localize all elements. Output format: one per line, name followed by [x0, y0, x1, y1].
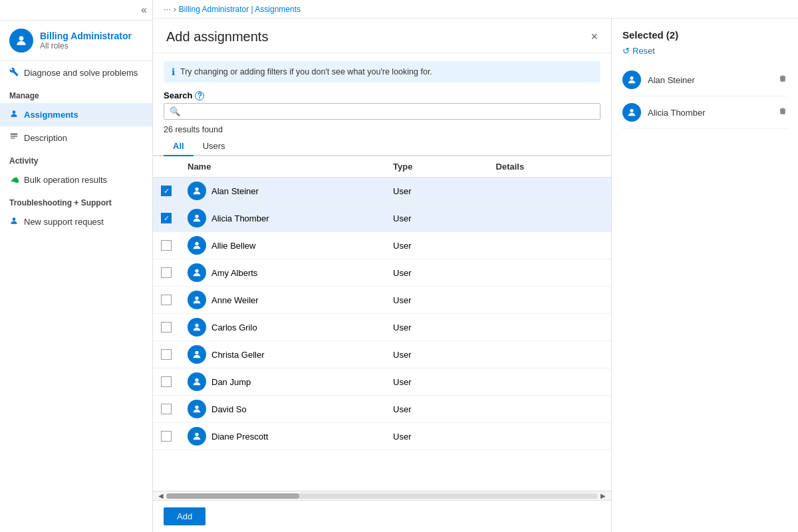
scroll-track[interactable] — [166, 493, 598, 499]
selected-avatar — [622, 103, 641, 122]
collapse-button[interactable]: « — [141, 4, 147, 16]
svg-point-9 — [195, 269, 198, 273]
checkbox-unchecked[interactable] — [161, 267, 172, 278]
row-checkbox-cell: ✓ — [153, 178, 180, 205]
row-name-cell: Amy Alberts — [180, 259, 385, 287]
table-row[interactable]: Dan Jump User — [153, 368, 611, 396]
delete-selected-button[interactable] — [778, 106, 787, 118]
tab-all[interactable]: All — [164, 137, 194, 156]
selected-title: Selected (2) — [622, 29, 678, 41]
table-container[interactable]: Name Type Details ✓ Alan Steiner User✓ A… — [153, 156, 611, 491]
support-label: New support request — [24, 217, 104, 227]
reset-icon: ↺ — [622, 46, 630, 56]
assignments-table: Name Type Details ✓ Alan Steiner User✓ A… — [153, 156, 611, 450]
checkbox-checked[interactable]: ✓ — [161, 186, 172, 196]
row-details-cell — [488, 314, 611, 341]
search-section: Search ? 🔍 — [153, 85, 611, 122]
sidebar-item-diagnose[interactable]: Diagnose and solve problems — [0, 61, 152, 84]
checkbox-unchecked[interactable] — [161, 376, 172, 387]
row-type-cell: User — [385, 341, 488, 368]
sidebar-header: Billing Administrator All roles — [0, 21, 152, 61]
activity-section-label: Activity — [0, 150, 152, 168]
table-row[interactable]: Amy Alberts User — [153, 259, 611, 287]
sidebar-item-support[interactable]: New support request — [0, 210, 152, 233]
svg-point-8 — [195, 242, 198, 245]
selected-item-name: Alan Steiner — [648, 75, 771, 85]
checkbox-unchecked[interactable] — [161, 404, 172, 414]
row-details-cell — [488, 259, 611, 287]
table-row[interactable]: ✓ Alan Steiner User — [153, 178, 611, 205]
checkbox-unchecked[interactable] — [161, 240, 172, 251]
breadcrumb-link[interactable]: Billing Administrator | Assignments — [179, 5, 301, 14]
tab-users[interactable]: Users — [194, 137, 235, 156]
breadcrumb-dots: ··· — [164, 4, 171, 14]
row-checkbox-cell — [153, 368, 180, 396]
svg-rect-3 — [11, 136, 18, 136]
checkbox-unchecked[interactable] — [161, 349, 172, 360]
svg-point-10 — [195, 297, 198, 300]
scroll-right-arrow[interactable]: ▶ — [598, 492, 608, 499]
row-type-cell: User — [385, 287, 488, 314]
table-row[interactable]: Christa Geller User — [153, 341, 611, 368]
table-row[interactable]: Anne Weiler User — [153, 287, 611, 314]
sidebar-subtitle: All roles — [40, 41, 132, 51]
support-section-label: Troubleshooting + Support — [0, 192, 152, 210]
sidebar-item-assignments[interactable]: Assignments — [0, 103, 152, 126]
row-name-cell: Diane Prescott — [180, 423, 385, 450]
bulk-icon — [9, 174, 19, 186]
row-type-cell: User — [385, 178, 488, 205]
row-checkbox-cell — [153, 259, 180, 287]
assignments-icon — [9, 109, 19, 120]
user-name: David So — [211, 404, 247, 414]
dialog-footer: Add — [153, 500, 611, 532]
selected-header: Selected (2) — [622, 29, 787, 41]
checkbox-checked[interactable]: ✓ — [161, 213, 172, 223]
search-input[interactable] — [184, 106, 595, 116]
scroll-thumb[interactable] — [166, 493, 299, 499]
description-icon — [9, 132, 19, 144]
user-avatar — [188, 182, 206, 200]
diagnose-label: Diagnose and solve problems — [24, 68, 138, 78]
manage-section-label: Manage — [0, 84, 152, 103]
table-row[interactable]: David So User — [153, 396, 611, 423]
user-name: Alan Steiner — [211, 186, 259, 196]
support-icon — [9, 216, 19, 227]
svg-rect-2 — [11, 134, 18, 135]
reset-button[interactable]: ↺ Reset — [622, 46, 787, 56]
user-avatar — [188, 318, 206, 336]
user-name: Carlos Grilo — [211, 323, 257, 332]
svg-point-11 — [195, 324, 198, 327]
row-type-cell: User — [385, 368, 488, 396]
table-row[interactable]: Diane Prescott User — [153, 423, 611, 450]
sidebar-item-description[interactable]: Description — [0, 126, 152, 150]
selected-item: Alan Steiner — [622, 64, 787, 96]
add-button[interactable]: Add — [164, 507, 205, 525]
row-details-cell — [488, 396, 611, 423]
search-box[interactable]: 🔍 — [164, 103, 600, 120]
selected-item-name: Alicia Thomber — [648, 108, 771, 118]
info-banner: ℹ Try changing or adding filters if you … — [164, 61, 600, 82]
checkbox-unchecked[interactable] — [161, 322, 172, 332]
scroll-left-arrow[interactable]: ◀ — [156, 492, 166, 499]
svg-point-14 — [195, 406, 198, 409]
checkbox-unchecked[interactable] — [161, 431, 172, 442]
delete-selected-button[interactable] — [778, 74, 787, 86]
search-label: Search ? — [164, 90, 600, 100]
svg-point-12 — [195, 351, 198, 354]
row-details-cell — [488, 368, 611, 396]
checkbox-unchecked[interactable] — [161, 295, 172, 305]
reset-label: Reset — [632, 46, 655, 56]
table-row[interactable]: Allie Bellew User — [153, 232, 611, 259]
dialog-title: Add assignments — [166, 29, 268, 45]
search-help-icon: ? — [195, 91, 204, 100]
user-name: Anne Weiler — [211, 295, 259, 305]
sidebar-title: Billing Administrator — [40, 31, 132, 41]
sidebar-item-bulk[interactable]: Bulk operation results — [0, 168, 152, 192]
table-row[interactable]: ✓ Alicia Thomber User — [153, 205, 611, 232]
table-row[interactable]: Carlos Grilo User — [153, 314, 611, 341]
row-checkbox-cell — [153, 423, 180, 450]
close-button[interactable]: × — [591, 30, 598, 44]
svg-point-5 — [13, 217, 16, 221]
breadcrumb: ··· › Billing Administrator | Assignment… — [153, 0, 798, 19]
row-details-cell — [488, 341, 611, 368]
